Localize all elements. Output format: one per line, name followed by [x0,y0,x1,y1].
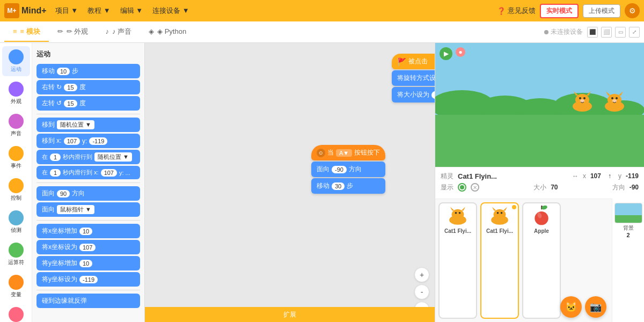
block-right-turn[interactable]: 右转 ↻ 15 度 [36,80,140,94]
block-goto-x[interactable]: 107 [64,137,80,145]
cat-sensing[interactable]: 侦测 [2,207,30,237]
script-move-30-left[interactable]: 移动 30 步 [311,178,385,194]
block-bounce[interactable]: 碰到边缘就反弹 [36,294,140,308]
svg-marker-3 [586,91,591,96]
zoom-out-button[interactable]: - [414,284,429,299]
block-glide-x[interactable]: 107 [101,169,117,177]
cat-looks[interactable]: 外观 [2,78,30,108]
btn-a-dropdown[interactable]: A▼ [336,149,352,157]
block-set-y[interactable]: 将y坐标设为 -119 [36,272,140,287]
category-panel: 运动 外观 声音 事件 控制 侦测 运算符 变量 [0,43,32,322]
block-glide-dropdown[interactable]: 随机位置 ▼ [94,152,132,162]
block-glide-xy[interactable]: 在 1 秒内滑行到 x: 107 y: ... [36,166,140,179]
script-set-rotation[interactable]: 将旋转方式设为 左右翻转 ▼ [392,70,435,86]
block-face-mouse[interactable]: 面向 鼠标指针 ▼ [36,202,140,217]
menu-project[interactable]: 项目 ▼ [51,4,82,18]
cat-svg-1 [569,91,596,113]
cat-looks-label: 外观 [11,98,21,105]
move-30-left-val[interactable]: 30 [332,182,345,190]
block-move-val[interactable]: 10 [57,68,70,75]
cat-operators[interactable]: 运算符 [2,239,30,269]
camera-button[interactable]: 📷 [585,296,606,318]
sprite-card-2[interactable]: Cat1 Flyi... [480,202,519,319]
show-label: 显示 [441,183,453,192]
cat-operators-label: 运算符 [8,259,24,266]
block-change-x-val[interactable]: 10 [79,228,92,235]
expand-button[interactable]: 扩展 [145,307,435,322]
show-visible[interactable] [458,183,466,192]
block-change-y-val[interactable]: 10 [79,260,92,267]
palette-divider-1 [36,114,140,114]
tab-appearance[interactable]: ✏ ✏ 外观 [49,23,97,42]
block-change-y[interactable]: 将y坐标增加 10 [36,256,140,270]
view-icon-3[interactable]: ▭ [615,27,626,38]
arrow-up-icon: ↑ [605,172,614,180]
cat-variables[interactable]: 变量 [2,272,30,302]
code-canvas[interactable]: 🚩 被点击 将旋转方式设为 左右翻转 ▼ 将大小设为 70 ⊙ 当 A▼ 按钮按… [145,43,435,322]
sprite-info-row-2: 显示 ✕ 大小 70 方向 -90 [441,183,639,192]
realtime-mode-button[interactable]: 实时模式 [540,4,579,18]
feedback-button[interactable]: ❓ 意见反馈 [497,6,536,16]
settings-button[interactable]: ⚙ [625,3,640,18]
sprite-card-1[interactable]: Cat1 Flyi... [438,202,477,319]
cat-events[interactable]: 事件 [2,143,30,173]
view-icon-1[interactable]: ⬛ [587,27,598,38]
block-glide-random[interactable]: 在 1 秒内滑行到 随机位置 ▼ [36,150,140,164]
sprite-2-name: Cat1 Flyi... [484,228,516,234]
cat-button[interactable]: 🐱 [560,296,582,318]
block-face-dir-val[interactable]: 90 [57,190,70,197]
flag-icon: 🚩 [397,57,406,66]
menu-connect[interactable]: 连接设备 ▼ [148,4,193,18]
svg-point-18 [455,212,457,214]
expand-label: 扩展 [283,310,296,319]
block-change-x[interactable]: 将x坐标增加 10 [36,224,140,238]
block-set-x[interactable]: 将x坐标设为 107 [36,240,140,254]
script-group-2: ⊙ 当 A▼ 按钮按下 面向 -90 方向 移动 30 步 [311,145,385,195]
face-left-val[interactable]: -90 [332,166,347,173]
cat-control[interactable]: 控制 [2,175,30,205]
block-glide-xy-secs[interactable]: 1 [50,169,61,177]
block-move[interactable]: 移动 10 步 [36,64,140,78]
menu-tutorial[interactable]: 教程 ▼ [83,4,114,18]
show-hidden[interactable]: ✕ [471,183,479,192]
menu-edit[interactable]: 编辑 ▼ [116,4,147,18]
block-goto-xy[interactable]: 移到 x: 107 y: -119 [36,134,140,148]
upload-mode-button[interactable]: 上传模式 [583,4,620,18]
script-set-size[interactable]: 将大小设为 70 [392,87,435,103]
zoom-in-button[interactable]: + [414,267,429,282]
tab-python[interactable]: ◈ ◈ Python [140,23,195,41]
cat-sensing-label: 侦测 [11,226,21,234]
script-when-flag[interactable]: 🚩 被点击 [392,54,435,69]
stage-thumbnail[interactable] [614,203,642,223]
script-face-left[interactable]: 面向 -90 方向 [311,162,385,177]
cat-operators-dot [9,243,24,258]
block-goto-random[interactable]: 移到 随机位置 ▼ [36,118,140,132]
view-icon-2[interactable]: ⬜ [601,27,612,38]
stage-run-button[interactable]: ▶ [440,47,452,60]
tab-sound[interactable]: ♪ ♪ 声音 [97,23,140,42]
view-icon-fullscreen[interactable]: ⤢ [629,27,640,38]
script-when-a[interactable]: ⊙ 当 A▼ 按钮按下 [311,145,385,160]
block-set-x-val[interactable]: 107 [79,244,96,251]
sprite-card-3[interactable]: Apple [522,202,561,319]
cat-motion[interactable]: 运动 [2,46,30,76]
cat-sound[interactable]: 声音 [2,111,30,141]
cat-functions[interactable]: 函数 [2,304,30,322]
size-val[interactable]: 70 [431,91,435,99]
block-face-mouse-dropdown[interactable]: 鼠标指针 ▼ [57,205,94,214]
block-left-turn-val[interactable]: 15 [64,100,77,107]
stage-stop-button[interactable]: ● [456,47,465,57]
block-goto-dropdown[interactable]: 随机位置 ▼ [57,120,94,129]
show-inner-dot [460,185,464,189]
block-left-turn[interactable]: 左转 ↺ 15 度 [36,96,140,111]
block-right-turn-val[interactable]: 15 [64,84,77,91]
cat-sound-dot [9,114,24,129]
block-set-y-val[interactable]: -119 [79,276,98,283]
svg-point-24 [497,212,499,214]
block-goto-y[interactable]: -119 [89,137,107,145]
block-glide-secs[interactable]: 1 [50,153,61,161]
dir-label: 方向 [612,183,625,192]
block-palette: 运动 移动 10 步 右转 ↻ 15 度 左转 ↺ 15 度 移到 随机位置 ▼… [32,43,145,322]
block-face-dir[interactable]: 面向 90 方向 [36,186,140,201]
tab-blocks[interactable]: ≡ ≡ 模块 [4,23,49,42]
